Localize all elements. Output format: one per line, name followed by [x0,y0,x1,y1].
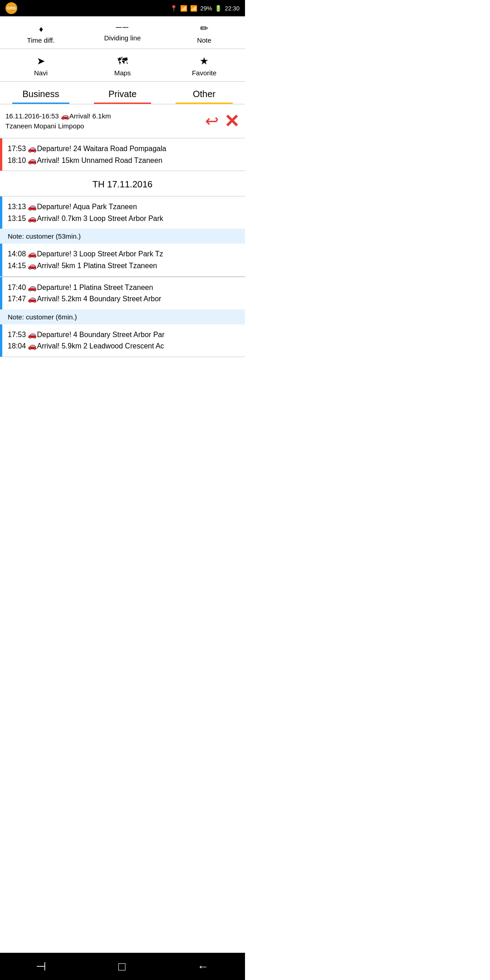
trip-line-8: 17:47 🚗Arrival! 5.2km 4 Boundary Street … [8,293,240,305]
day-block-2: 17:40 🚗Departure! 1 Platina Street Tzane… [0,277,245,357]
tab-business-label: Business [22,89,59,99]
battery-text: 29% [200,5,212,12]
trip-content-5: 17:53 🚗Departure! 4 Boundary Street Arbo… [2,324,245,357]
note-text-2: Note: customer (6min.) [8,313,77,321]
navi-button[interactable]: ➤ Navi [0,54,82,78]
wifi-icon: 📶 [180,5,187,12]
trip-content-4: 17:40 🚗Departure! 1 Platina Street Tzane… [2,277,245,309]
grs-logo: GRS [5,2,17,14]
dividing-line-label: Dividing line [104,34,141,42]
category-tabs: Business Private Other [0,82,245,104]
date-divider-text-1: TH 17.11.2016 [93,179,152,189]
trip-line-5: 14:08 🚗Departure! 3 Loop Street Arbor Pa… [8,248,240,260]
toolbar-2: ➤ Navi 🗺 Maps ★ Favorite [0,49,245,82]
status-bar: GRS 📍 📶 📶 29% 🔋 22:30 [0,0,245,16]
navi-label: Navi [34,69,48,77]
delete-button[interactable]: ✕ [224,111,240,132]
time: 22:30 [225,5,240,12]
note-icon: ✏ [200,23,208,34]
signal-icon: 📶 [190,5,197,12]
trip-row-1: 17:53 🚗Departure! 24 Waitara Road Pompag… [0,138,245,171]
status-icons: 📍 📶 📶 29% 🔋 22:30 [170,5,240,12]
pending-record-line2: Tzaneen Mopani Limpopo [5,121,201,132]
trip-row-2: 13:13 🚗Departure! Aqua Park Tzaneen 13:1… [0,196,245,229]
favorite-button[interactable]: ★ Favorite [163,54,245,78]
trip-line-3: 13:13 🚗Departure! Aqua Park Tzaneen [8,201,240,213]
tab-business[interactable]: Business [0,82,82,104]
note-button[interactable]: ✏ Note [163,21,245,46]
tab-other[interactable]: Other [163,82,245,104]
maps-icon: 🗺 [118,55,127,67]
date-divider-1: TH 17.11.2016 [0,171,245,196]
trip-content-2: 13:13 🚗Departure! Aqua Park Tzaneen 13:1… [2,196,245,229]
trip-line-9: 17:53 🚗Departure! 4 Boundary Street Arbo… [8,329,240,341]
note-label: Note [197,36,211,44]
record-actions: ↩ ✕ [205,111,240,132]
trip-row-3: 14:08 🚗Departure! 3 Loop Street Arbor Pa… [0,244,245,276]
note-row-1: Note: customer (53min.) [0,229,245,244]
time-diff-button[interactable]: ⬧ Time diff. [0,21,82,46]
trip-row-5: 17:53 🚗Departure! 4 Boundary Street Arbo… [0,324,245,357]
tab-private[interactable]: Private [82,82,163,104]
trip-line-6: 14:15 🚗Arrival! 5km 1 Platina Street Tza… [8,260,240,272]
trip-content-1: 17:53 🚗Departure! 24 Waitara Road Pompag… [2,138,245,171]
trip-line-4: 13:15 🚗Arrival! 0.7km 3 Loop Street Arbo… [8,213,240,225]
tab-private-label: Private [108,89,137,99]
location-icon: 📍 [170,5,177,12]
maps-button[interactable]: 🗺 Maps [82,54,163,78]
content-area: 16.11.2016-16:53 🚗Arrival! 6.1km Tzaneen… [0,104,245,389]
pending-record-line1: 16.11.2016-16:53 🚗Arrival! 6.1km [5,111,201,122]
trip-line-1: 17:53 🚗Departure! 24 Waitara Road Pompag… [8,143,240,155]
dividing-line-button[interactable]: ── Dividing line [82,21,163,46]
pending-record: 16.11.2016-16:53 🚗Arrival! 6.1km Tzaneen… [0,104,245,138]
trip-line-2: 18:10 🚗Arrival! 15km Unnamed Road Tzanee… [8,155,240,167]
toolbar-1: ⬧ Time diff. ── Dividing line ✏ Note [0,16,245,49]
maps-label: Maps [114,69,131,77]
trip-content-3: 14:08 🚗Departure! 3 Loop Street Arbor Pa… [2,244,245,276]
day-block-1: 13:13 🚗Departure! Aqua Park Tzaneen 13:1… [0,196,245,276]
time-diff-label: Time diff. [27,36,55,44]
tab-other-label: Other [193,89,216,99]
favorite-label: Favorite [192,69,216,77]
note-text-1: Note: customer (53min.) [8,232,81,240]
trip-line-10: 18:04 🚗Arrival! 5.9km 2 Leadwood Crescen… [8,340,240,352]
trip-line-7: 17:40 🚗Departure! 1 Platina Street Tzane… [8,282,240,294]
favorite-icon: ★ [200,55,209,67]
trip-block-1: 17:53 🚗Departure! 24 Waitara Road Pompag… [0,138,245,171]
navi-icon: ➤ [37,55,45,67]
battery-icon: 🔋 [215,5,222,12]
trip-row-4: 17:40 🚗Departure! 1 Platina Street Tzane… [0,277,245,309]
pending-record-text: 16.11.2016-16:53 🚗Arrival! 6.1km Tzaneen… [5,111,201,132]
dividing-line-icon: ── [116,23,129,32]
note-row-2: Note: customer (6min.) [0,309,245,324]
time-diff-icon: ⬧ [38,23,44,34]
bottom-spacer [0,357,245,389]
undo-button[interactable]: ↩ [205,112,219,131]
